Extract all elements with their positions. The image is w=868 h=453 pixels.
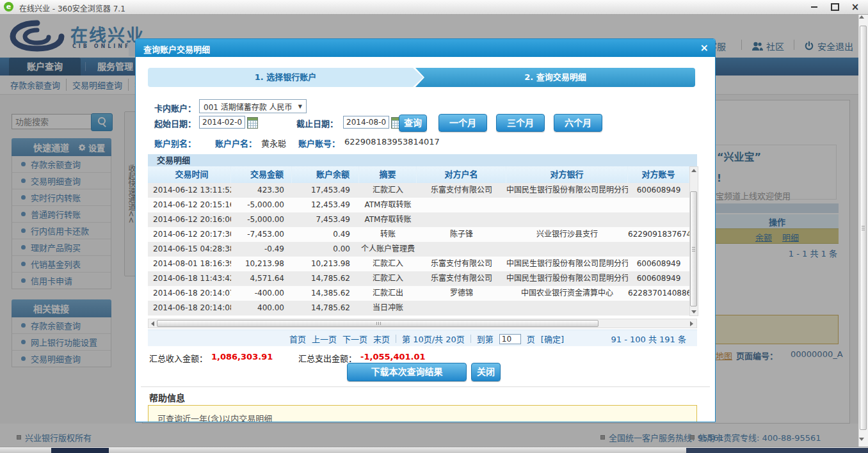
cell-summary: 汇款汇入 — [359, 257, 417, 271]
header-link-logout[interactable]: 安全退出 — [804, 40, 853, 52]
cell-summary: 转账 — [359, 227, 417, 242]
cell-account — [628, 212, 689, 227]
sidebar-item[interactable]: 网上银行功能设置 — [12, 334, 111, 351]
cell-party — [417, 242, 506, 257]
step-query-details[interactable]: 2. 查询交易明细 — [415, 68, 695, 87]
card-account-select[interactable]: 001 活期储蓄存款 人民币 ▼ — [199, 99, 307, 113]
minimize-button[interactable] — [805, 1, 823, 13]
scrollbar-up-arrow[interactable] — [859, 15, 864, 19]
subnav-link[interactable]: 交易明细查询 — [66, 79, 122, 91]
balance-link[interactable]: 余额 — [755, 231, 772, 243]
first-page-link[interactable]: 首页 — [289, 333, 306, 345]
search-button[interactable] — [91, 113, 113, 131]
sidebar-item[interactable]: 普通跨行转账 — [12, 206, 111, 223]
thumb-grip — [862, 228, 865, 228]
end-date-input[interactable] — [343, 116, 389, 129]
sidebar-item[interactable]: 存款余额查询 — [12, 317, 111, 334]
detail-link[interactable]: 明细 — [782, 231, 799, 243]
one-month-button[interactable]: 一个月 — [438, 114, 487, 132]
sidebar-item[interactable]: 信用卡申请 — [12, 273, 111, 289]
close-button[interactable]: 关闭 — [471, 363, 501, 381]
sidebar-item[interactable]: 存款余额查询 — [12, 156, 111, 173]
subnav-link[interactable]: 存款余额查询 — [10, 79, 60, 91]
cell-bank: 兴业银行沙县支行 — [506, 227, 628, 242]
thumb-grip — [376, 322, 377, 325]
nav-tab-service[interactable]: 服务管理 — [97, 58, 133, 76]
table-row: 2014-06-18 11:43:42 4,571.64 14,785.62 汇… — [148, 271, 689, 286]
last-page-link[interactable]: 末页 — [373, 333, 390, 345]
start-date-input[interactable] — [199, 116, 245, 129]
table-row: 2014-06-12 13:11:52 423.30 17,453.49 汇款汇… — [148, 183, 689, 198]
header-separator — [794, 40, 794, 50]
sidebar-item[interactable]: 代销基金列表 — [12, 256, 111, 273]
cell-account: 600608949 — [628, 257, 689, 271]
six-month-button[interactable]: 六个月 — [554, 114, 602, 132]
bullet-icon — [21, 245, 26, 250]
help-box: 可查询近一年(含)以内交易明细 — [148, 405, 697, 422]
search-input[interactable] — [12, 114, 95, 129]
search-icon-handle — [102, 123, 106, 127]
goto-page-input[interactable] — [499, 334, 521, 344]
goto-label: 到第 — [477, 333, 494, 345]
accounts-count-info: 1 - 1 共 1 条 — [716, 247, 837, 259]
gear-icon — [78, 143, 86, 152]
bullet-icon — [21, 262, 26, 266]
cell-balance: 0.49 — [292, 227, 359, 242]
table-scroll-right-arrow[interactable] — [690, 321, 693, 326]
thumb-grip — [692, 247, 695, 248]
cell-summary: 汇款汇入 — [359, 183, 417, 198]
modal-title: 查询账户交易明细 — [143, 43, 210, 55]
footer-copyright-text: 兴业银行版权所有 — [25, 431, 92, 443]
scrollbar-down-arrow[interactable] — [859, 438, 864, 441]
maximize-button[interactable] — [826, 1, 844, 13]
goto-suffix: 页 — [527, 333, 535, 345]
goto-confirm-link[interactable]: [确定] — [541, 333, 564, 345]
modal-close-icon[interactable]: × — [700, 42, 709, 54]
cell-amount: 4,571.64 — [231, 271, 292, 286]
download-results-button[interactable]: 下载本次查询结果 — [347, 363, 467, 381]
header-separator — [741, 40, 742, 50]
sidebar-item[interactable]: 交易明细查询 — [12, 351, 111, 367]
column-header: 交易时间 — [148, 166, 231, 183]
cell-balance: 14,785.62 — [292, 271, 359, 286]
prev-page-link[interactable]: 上一页 — [312, 333, 337, 345]
table-row: 2014-06-12 20:15:16 -5,000.00 12,453.49 … — [148, 198, 689, 212]
footer-copyright: 兴业银行版权所有 — [17, 431, 92, 443]
table-row: 2014-06-18 20:14:08 400.00 14,785.62 当日冲… — [148, 301, 689, 315]
sidebar-item[interactable]: 行内信用卡还款 — [12, 223, 111, 239]
header-link-community[interactable]: 社区 — [752, 40, 784, 52]
links-panel-title: 相关链接 — [33, 302, 69, 315]
thumb-grip — [380, 322, 381, 325]
cell-time: 2014-06-15 04:28:38 — [148, 242, 231, 257]
help-section-title: 帮助信息 — [149, 391, 185, 404]
nav-tab-account-query[interactable]: 账户查询 — [9, 58, 81, 76]
sidebar-item[interactable]: 实时行内转账 — [12, 189, 111, 206]
thumb-grip — [378, 322, 379, 325]
sidebar-item[interactable]: 理财产品购买 — [12, 239, 111, 256]
taskbar-item — [51, 448, 109, 453]
table-scroll-up-arrow[interactable] — [691, 169, 696, 172]
help-text: 可查询近一年(含)以内交易明细 — [157, 412, 272, 422]
quick-panel-settings[interactable]: 设置 — [78, 141, 105, 154]
table-hscroll-thumb[interactable] — [157, 320, 599, 327]
cell-account: 622909183767411413 — [628, 227, 689, 242]
cell-party: 乐富支付有限公司 — [417, 271, 506, 286]
query-button[interactable]: 查询 — [399, 115, 427, 132]
table-scroll-left-arrow[interactable] — [151, 321, 154, 326]
step-select-account[interactable]: 1. 选择银行账户 — [148, 68, 423, 87]
cell-bank — [506, 242, 628, 257]
sidebar-item[interactable]: 交易明细查询 — [12, 173, 111, 189]
next-page-link[interactable]: 下一页 — [342, 333, 367, 345]
cell-balance: 17,453.49 — [292, 183, 359, 198]
cell-time: 2014-08-01 18:16:39 — [148, 257, 231, 271]
sitemap-link[interactable]: 地图 — [716, 349, 732, 362]
cell-party: 罗德锦 — [417, 286, 506, 301]
table-scroll-down-arrow[interactable] — [691, 310, 696, 314]
table-vscroll-thumb[interactable] — [690, 191, 697, 306]
close-window-button[interactable]: × — [846, 1, 864, 13]
three-month-button[interactable]: 三个月 — [496, 114, 545, 132]
cell-summary: 当日冲账 — [359, 301, 417, 315]
start-date-calendar-icon[interactable] — [247, 117, 258, 129]
scrollbar-thumb[interactable] — [860, 26, 867, 430]
cell-amount: -0.49 — [231, 242, 292, 257]
